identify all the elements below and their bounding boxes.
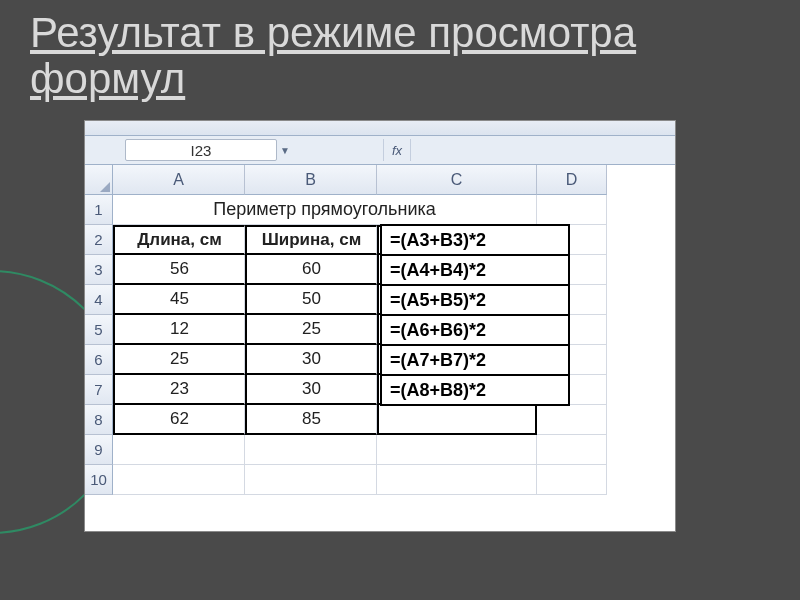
row-header-1[interactable]: 1 — [85, 195, 113, 225]
cell-B8[interactable]: 85 — [245, 405, 377, 435]
slide-title: Результат в режиме просмотра формул — [30, 10, 780, 102]
row-header-2[interactable]: 2 — [85, 225, 113, 255]
cell-A7[interactable]: 23 — [113, 375, 245, 405]
formula-box-3: =(A3+B3)*2 — [380, 224, 570, 256]
col-header-D[interactable]: D — [537, 165, 607, 195]
cell-title[interactable]: Периметр прямоугольника — [113, 195, 537, 225]
cell-B2[interactable]: Ширина, см — [245, 225, 377, 255]
name-box-value: I23 — [191, 142, 212, 159]
formula-box-5: =(A5+B5)*2 — [380, 284, 570, 316]
row-header-9[interactable]: 9 — [85, 435, 113, 465]
row-header-4[interactable]: 4 — [85, 285, 113, 315]
row-header-6[interactable]: 6 — [85, 345, 113, 375]
select-all-corner[interactable] — [85, 165, 113, 195]
title-line2: формул — [30, 55, 185, 102]
cell-A5[interactable]: 12 — [113, 315, 245, 345]
title-line1: Результат в режиме просмотра — [30, 9, 636, 56]
row-header-8[interactable]: 8 — [85, 405, 113, 435]
cell-B6[interactable]: 30 — [245, 345, 377, 375]
fx-icon[interactable]: fx — [383, 139, 411, 161]
name-box-dropdown-icon[interactable]: ▼ — [277, 136, 293, 164]
cell-D8[interactable] — [537, 405, 607, 435]
cell-D1[interactable] — [537, 195, 607, 225]
cell-D10[interactable] — [537, 465, 607, 495]
row-header-3[interactable]: 3 — [85, 255, 113, 285]
row-header-7[interactable]: 7 — [85, 375, 113, 405]
name-box[interactable]: I23 — [125, 139, 277, 161]
col-header-B[interactable]: B — [245, 165, 377, 195]
cell-A6[interactable]: 25 — [113, 345, 245, 375]
cell-D9[interactable] — [537, 435, 607, 465]
cell-B7[interactable]: 30 — [245, 375, 377, 405]
slide: Результат в режиме просмотра формул I23 … — [0, 0, 800, 600]
cell-B3[interactable]: 60 — [245, 255, 377, 285]
ribbon-fragment — [85, 121, 675, 136]
cell-A8[interactable]: 62 — [113, 405, 245, 435]
formula-box-6: =(A6+B6)*2 — [380, 314, 570, 346]
cell-C10[interactable] — [377, 465, 537, 495]
cell-C9[interactable] — [377, 435, 537, 465]
row-header-5[interactable]: 5 — [85, 315, 113, 345]
formula-bar[interactable]: fx — [293, 136, 675, 164]
cell-C8[interactable] — [377, 405, 537, 435]
cell-B10[interactable] — [245, 465, 377, 495]
formula-box-4: =(A4+B4)*2 — [380, 254, 570, 286]
cell-B9[interactable] — [245, 435, 377, 465]
col-header-A[interactable]: A — [113, 165, 245, 195]
col-header-C[interactable]: C — [377, 165, 537, 195]
cell-A3[interactable]: 56 — [113, 255, 245, 285]
cell-A4[interactable]: 45 — [113, 285, 245, 315]
cell-A10[interactable] — [113, 465, 245, 495]
cell-A2[interactable]: Длина, см — [113, 225, 245, 255]
cell-A9[interactable] — [113, 435, 245, 465]
row-header-10[interactable]: 10 — [85, 465, 113, 495]
formula-box-8: =(A8+B8)*2 — [380, 374, 570, 406]
formula-bar-row: I23 ▼ fx — [85, 136, 675, 165]
cell-B4[interactable]: 50 — [245, 285, 377, 315]
cell-B5[interactable]: 25 — [245, 315, 377, 345]
formula-box-7: =(A7+B7)*2 — [380, 344, 570, 376]
